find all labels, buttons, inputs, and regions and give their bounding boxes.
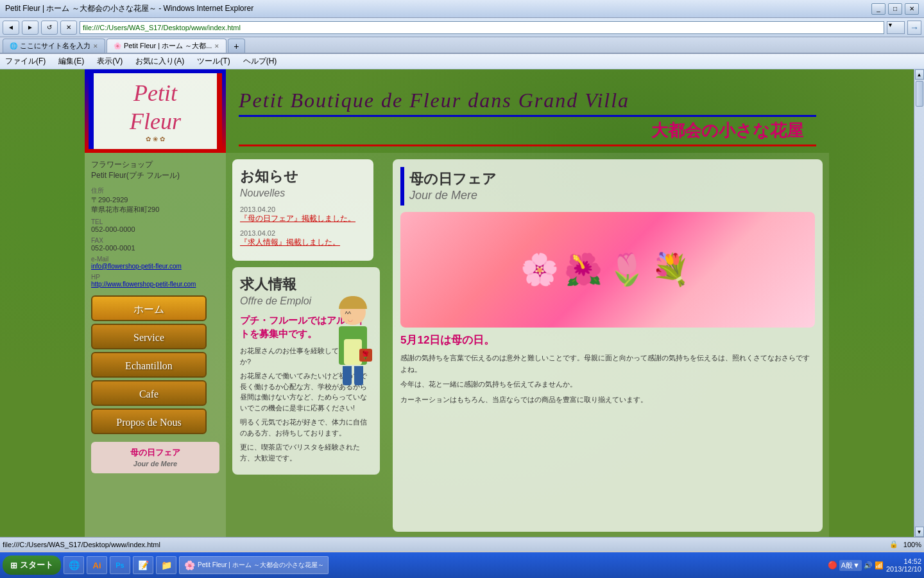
news-item-2: 2013.04.02 『求人情報』掲載しました。 — [240, 229, 366, 248]
taskbar-ai[interactable]: Ai — [87, 556, 107, 574]
job-body4: 更に、喫茶店でバリスタを経験された方、大歓迎です。 — [240, 442, 372, 463]
nav-propos[interactable]: Propos de Nous — [91, 408, 207, 434]
site-header: Petit Fleur ✿ ❀ ✿ Petit Boutique de Fleu… — [85, 69, 829, 153]
tab-1[interactable]: 🌐 ここにサイト名を入力 ✕ — [3, 39, 105, 53]
shop-name: フラワーショップ Petit Fleur(プチ フルール) — [91, 159, 219, 181]
ai-icon: Ai — [91, 559, 103, 571]
go-button[interactable]: → — [907, 21, 921, 35]
hp-block: HP http://www.flowershop-petit-fleur.com — [91, 274, 219, 288]
nav-echantillon[interactable]: Echantillon — [91, 352, 207, 378]
taskbar-ie[interactable]: 🌐 — [64, 556, 84, 574]
blue-accent-bar — [400, 167, 404, 206]
menu-favorites[interactable]: お気に入り(A) — [133, 56, 187, 67]
taskbar-right: 🔴 A般▼ 🔊 📶 14:52 2013/12/10 — [828, 557, 921, 573]
status-right: 🔒 100% — [889, 540, 921, 548]
email-block: e-Mail info@flowershop-petit-fleur.com — [91, 256, 219, 270]
active-window-icon: 🌸 — [184, 559, 195, 571]
stop-button[interactable]: ✕ — [60, 21, 77, 35]
new-tab-button[interactable]: + — [228, 39, 244, 53]
back-button[interactable]: ◄ — [3, 21, 19, 35]
job-box: 求人情報 Offre de Emploi プチ・フルールではアルバイトを募集中で… — [232, 267, 380, 475]
menu-file[interactable]: ファイル(F) — [3, 56, 48, 67]
clock-date: 2013/12/10 — [886, 565, 921, 573]
sys-tray-icons: 🔴 A般▼ 🔊 📶 — [828, 560, 884, 571]
start-button[interactable]: ⊞ スタート — [3, 556, 61, 575]
tray-icon-1: 🔴 — [828, 561, 837, 570]
news-link-1[interactable]: 『母の日フェア』掲載しました。 — [240, 213, 366, 224]
tab-2-label: Petit Fleur | ホーム ～大都... — [124, 41, 212, 51]
maximize-button[interactable]: □ — [888, 3, 902, 15]
mothers-title-en: Jour de Mere — [409, 189, 497, 202]
mothers-preview: 母の日フェアJour de Mere — [91, 442, 219, 473]
tab-1-close[interactable]: ✕ — [93, 43, 98, 49]
close-button[interactable]: ✕ — [905, 3, 919, 15]
mothers-box: 母の日フェア Jour de Mere 5月12日は母の日。 感謝の気持ちを言葉… — [393, 159, 823, 532]
char-body: 🌹 — [339, 326, 367, 365]
status-zoom: 100% — [903, 541, 921, 548]
start-label: スタート — [20, 559, 53, 571]
news-title-en: Nouvelles — [240, 188, 366, 199]
nav-service[interactable]: Service — [91, 324, 207, 349]
hp-link[interactable]: http://www.flowershop-petit-fleur.com — [91, 281, 219, 288]
clock: 14:52 2013/12/10 — [886, 557, 921, 573]
nav-home[interactable]: ホーム — [91, 295, 207, 321]
scroll-thumb[interactable] — [916, 81, 923, 107]
taskbar-notepad[interactable]: 📝 — [133, 556, 153, 574]
mothers-title-jp: 母の日フェア — [409, 170, 497, 189]
menu-tools[interactable]: ツール(T) — [194, 56, 232, 67]
notepad-icon: 📝 — [137, 559, 149, 571]
tray-icon-3: 📶 — [875, 561, 884, 570]
title-underline-red — [239, 144, 816, 146]
site-title-jp: 大都会の小さな花屋 — [239, 119, 816, 142]
logo-line1: Petit — [133, 80, 177, 106]
taskbar-ps[interactable]: Ps — [110, 556, 130, 574]
hp-label: HP — [91, 274, 219, 281]
tab-2-favicon: 🌸 — [114, 42, 121, 49]
tel-label: TEL — [91, 218, 219, 225]
flower-image — [400, 212, 815, 328]
email-link[interactable]: info@flowershop-petit-fleur.com — [91, 263, 219, 270]
news-box: お知らせ Nouvelles 2013.04.20 『母の日フェア』掲載しました… — [232, 159, 373, 261]
left-content-col: お知らせ Nouvelles 2013.04.20 『母の日フェア』掲載しました… — [232, 159, 386, 532]
news-date-2: 2013.04.02 — [240, 229, 366, 237]
windows-logo: ⊞ — [10, 561, 17, 570]
scrollbar[interactable]: ▲ ▼ — [914, 69, 924, 537]
address-input[interactable] — [80, 21, 884, 34]
active-window-btn[interactable]: 🌸 Petit Fleur | ホーム ～大都会の小さな花屋～ — [179, 556, 329, 574]
tab-2-close[interactable]: ✕ — [214, 43, 219, 49]
job-character: ^^ ◡ 🌹 — [332, 299, 377, 376]
news-title-jp: お知らせ — [240, 167, 366, 186]
logo-text: Petit Fleur — [130, 80, 181, 135]
menu-edit[interactable]: 編集(E) — [56, 56, 87, 67]
address-postal: 〒290-2929 — [91, 195, 219, 205]
mothers-body1: 感謝の気持ちを言葉で伝えるのは意外と難しいことです。母親に面と向かって感謝の気持… — [400, 353, 815, 375]
explorer-icon: 📁 — [160, 559, 172, 571]
clock-time: 14:52 — [886, 557, 921, 565]
forward-button[interactable]: ► — [22, 21, 38, 35]
tab-2[interactable]: 🌸 Petit Fleur | ホーム ～大都... ✕ — [107, 39, 227, 53]
mothers-body3: カーネーションはもちろん、当店ならではの商品を豊富に取り揃えています。 — [400, 394, 815, 406]
logo-decoration: ✿ ❀ ✿ — [146, 136, 165, 143]
menu-bar: ファイル(F) 編集(E) 表示(V) お気に入り(A) ツール(T) ヘルプ(… — [0, 54, 924, 69]
address-city: 華県花市布羅和町290 — [91, 205, 219, 215]
minimize-button[interactable]: _ — [871, 3, 886, 15]
menu-help[interactable]: ヘルプ(H) — [241, 56, 280, 67]
mothers-title-texts: 母の日フェア Jour de Mere — [409, 170, 497, 202]
mothers-date: 5月12日は母の日。 — [400, 333, 815, 347]
news-link-2[interactable]: 『求人情報』掲載しました。 — [240, 237, 366, 248]
refresh-button[interactable]: ↺ — [41, 21, 58, 35]
window-controls[interactable]: _ □ ✕ — [871, 3, 919, 15]
tab-1-label: ここにサイト名を入力 — [20, 41, 90, 51]
taskbar-explorer[interactable]: 📁 — [156, 556, 176, 574]
taskbar: ⊞ スタート 🌐 Ai Ps 📝 📁 🌸 Petit Fleur | ホーム ～… — [0, 552, 924, 578]
menu-view[interactable]: 表示(V) — [94, 56, 125, 67]
shop-label: フラワーショップ — [91, 159, 219, 170]
news-date-1: 2013.04.20 — [240, 206, 366, 213]
browser-title: Petit Fleur | ホーム ～大都会の小さな花屋～ - Windows … — [5, 3, 253, 14]
nav-cafe[interactable]: Cafe — [91, 380, 207, 406]
address-label: 住所 — [91, 186, 219, 195]
scroll-up-arrow[interactable]: ▲ — [915, 69, 924, 80]
search-button[interactable]: ▼ — [887, 21, 905, 34]
scroll-down-arrow[interactable]: ▼ — [915, 527, 924, 537]
job-body3: 明るく元気でお花が好きで、体力に自信のある方、お待ちしております。 — [240, 417, 372, 438]
